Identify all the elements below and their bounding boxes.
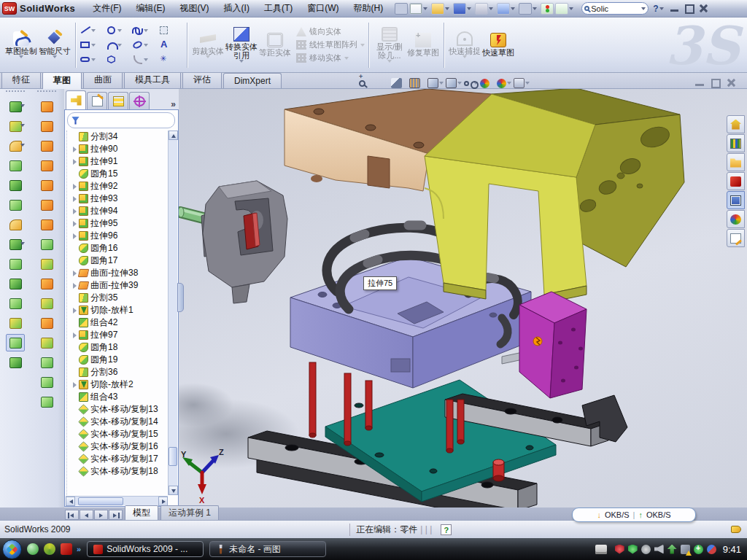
options-dropdown-icon[interactable]	[569, 7, 573, 10]
taskpane-solidworks-resources[interactable]	[727, 115, 745, 133]
tree-item-切除-放样1[interactable]: 切除-放样1	[71, 304, 168, 316]
dimxpertmanager-tab[interactable]	[129, 92, 150, 109]
lt1-sketch-tool[interactable]	[6, 334, 25, 351]
expand-arrow-icon[interactable]	[71, 146, 78, 152]
lt2-planar-surface[interactable]	[37, 196, 56, 214]
tree-item-圆角19[interactable]: 圆角19	[71, 354, 168, 366]
insert-block[interactable]	[519, 292, 587, 398]
print-button[interactable]	[475, 3, 488, 15]
expand-arrow-icon[interactable]	[71, 208, 78, 214]
tab-scroll-left-button[interactable]	[80, 510, 93, 520]
menu-窗口(W)[interactable]: 窗口(W)	[300, 0, 346, 17]
lt2-knit-surface[interactable]	[37, 255, 56, 273]
tray-health-shield[interactable]	[694, 545, 703, 554]
hud-dropdown-icon[interactable]	[507, 82, 511, 85]
tree-item-拉伸90[interactable]: 拉伸90	[71, 143, 168, 155]
menu-编辑(E)[interactable]: 编辑(E)	[129, 0, 173, 17]
lt2-offset-surface[interactable]	[37, 216, 56, 233]
search-dropdown-icon[interactable]	[641, 7, 646, 10]
tree-item-拉伸94[interactable]: 拉伸94	[71, 205, 168, 217]
lt2-curve-tool[interactable]	[37, 393, 56, 411]
expand-arrow-icon[interactable]	[71, 332, 78, 338]
hud-zoom-area[interactable]	[373, 78, 389, 88]
lt2-replace-face[interactable]	[37, 334, 56, 351]
lt2-filled-surface[interactable]	[37, 236, 56, 253]
doc-minimize-button[interactable]	[693, 77, 706, 88]
sketch-entity-point[interactable]	[158, 54, 183, 65]
lt1-rib[interactable]	[6, 255, 25, 273]
tray-volume[interactable]	[654, 545, 664, 554]
base-rails[interactable]	[248, 380, 627, 508]
undo-button[interactable]	[497, 3, 510, 15]
print-dropdown-icon[interactable]	[489, 7, 493, 10]
expand-arrow-icon[interactable]	[71, 270, 78, 276]
menu-帮助(H)[interactable]: 帮助(H)	[347, 0, 391, 17]
sketch-button[interactable]: 草图绘制	[4, 31, 38, 58]
smart-dimension-button[interactable]: 智能尺寸	[38, 31, 71, 58]
stop-pin[interactable]	[493, 459, 504, 481]
task-SolidWorks 2009 - ...[interactable]: SolidWorks 2009 - ...	[87, 541, 204, 557]
yoke-bracket[interactable]	[425, 89, 684, 303]
search-input[interactable]: Solic	[581, 2, 649, 15]
expand-arrow-icon[interactable]	[71, 158, 78, 165]
sketch-entity-dropdown-icon[interactable]	[144, 29, 148, 32]
tab-DimXpert[interactable]: DimXpert	[223, 73, 282, 88]
lt2-swept-surface[interactable]	[37, 98, 56, 115]
sketch-entity-dropdown-icon[interactable]	[117, 29, 122, 32]
sketch-entity-dropdown-icon[interactable]	[91, 44, 96, 47]
tree-item-拉伸96[interactable]: 拉伸96	[71, 230, 168, 242]
toolbar-dropdown-icon[interactable]	[20, 104, 25, 107]
tree-item-分割35[interactable]: 分割35	[71, 292, 168, 304]
tree-item-圆角16[interactable]: 圆角16	[71, 242, 168, 254]
sketch-entity-dropdown-icon[interactable]	[91, 58, 96, 61]
network-speed-widget[interactable]: ↓ OKB/S | ↑ OKB/S	[572, 508, 696, 522]
panel-overflow-chevron[interactable]: »	[171, 99, 176, 109]
quicklaunch-messenger[interactable]	[27, 543, 39, 555]
sketch-entity-dropdown-icon[interactable]	[144, 44, 148, 47]
tree-item-组合43[interactable]: 组合43	[71, 391, 168, 403]
red-insert[interactable]	[244, 213, 260, 249]
tree-item-拉伸92[interactable]: 拉伸92	[71, 180, 168, 192]
rebuild-traffic-light-button[interactable]	[541, 3, 554, 15]
taskpane-appearances-scenes[interactable]	[727, 210, 745, 228]
taskpane-design-library[interactable]	[727, 134, 745, 152]
tray-upload-arrow[interactable]	[667, 545, 677, 554]
sketch-entity-line[interactable]	[80, 25, 104, 36]
move-entities-button[interactable]: 移动实体	[296, 52, 365, 63]
sketch-entity-text[interactable]	[158, 39, 183, 50]
tab-评估[interactable]: 评估	[182, 71, 222, 88]
sketch-dropdown-icon[interactable]	[19, 55, 23, 58]
sketch-entity-sketch-fillet[interactable]	[132, 54, 157, 65]
lt2-revolved-surface[interactable]	[37, 117, 56, 135]
pin-icon[interactable]	[395, 3, 408, 15]
hud-view-cube[interactable]	[446, 78, 462, 88]
toolbar-drag-handle[interactable]	[6, 90, 25, 96]
hud-section-view[interactable]	[391, 78, 407, 88]
sketch-entity-arc[interactable]	[106, 39, 131, 50]
offset-entities-button[interactable]: 等距实体	[258, 33, 292, 57]
model-tab[interactable]: 模型	[125, 505, 158, 520]
lt2-lofted-surface[interactable]	[37, 157, 56, 174]
tree-item-拉伸97[interactable]: 拉伸97	[71, 329, 168, 341]
help-dropdown-icon[interactable]	[659, 7, 664, 10]
move-entities-dropdown-icon[interactable]	[344, 57, 349, 60]
featuremanager-tab[interactable]	[66, 90, 86, 109]
model-canvas[interactable]	[179, 89, 747, 508]
expand-arrow-icon[interactable]	[71, 195, 78, 202]
menu-工具(T)[interactable]: 工具(T)	[257, 0, 300, 17]
hud-display-style[interactable]	[427, 78, 444, 88]
expand-arrow-icon[interactable]	[71, 307, 78, 314]
quick-tips-button[interactable]: ?	[441, 524, 452, 535]
lt1-reference-curve[interactable]	[6, 314, 25, 332]
lt1-draft[interactable]	[6, 196, 25, 214]
tree-item-曲面-拉伸39[interactable]: 曲面-拉伸39	[71, 279, 168, 292]
hud-view-orientation[interactable]	[409, 78, 425, 88]
taskpane-file-explorer[interactable]	[727, 153, 745, 171]
sketch-entity-dropdown-icon[interactable]	[91, 29, 96, 32]
tree-item-实体-移动/复制14[interactable]: 实体-移动/复制14	[71, 416, 168, 428]
rapid-sketch-button[interactable]: 快速草图	[481, 33, 515, 57]
start-button[interactable]	[2, 540, 22, 559]
hud-scene[interactable]	[497, 79, 511, 88]
configurationmanager-tab[interactable]	[108, 92, 128, 109]
tree-item-实体-移动/复制16[interactable]: 实体-移动/复制16	[71, 440, 168, 453]
